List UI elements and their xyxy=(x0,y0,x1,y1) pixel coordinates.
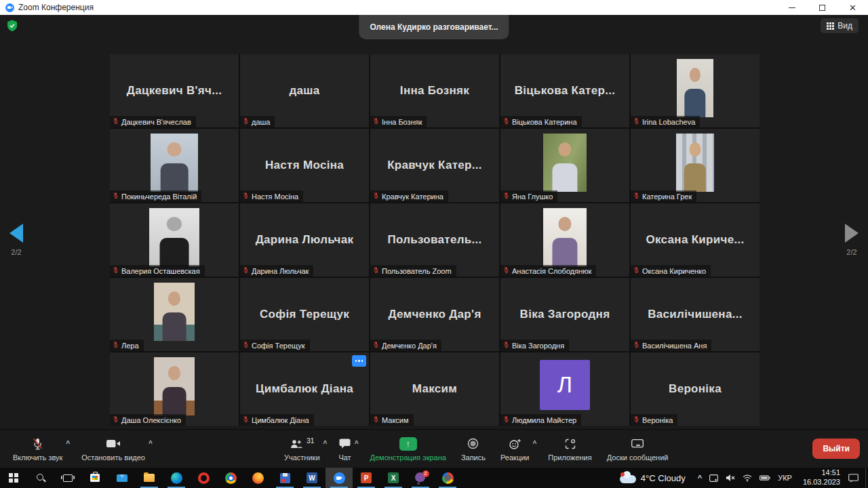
participant-tile[interactable]: Дацкевич В'яч...Дацкевич В'ячеслав xyxy=(110,54,239,127)
participant-tile[interactable]: Валерия Осташевская xyxy=(110,203,239,277)
window-title: Zoom Конференция xyxy=(18,3,94,12)
tray-overflow-chevron[interactable]: ^ xyxy=(698,474,702,482)
chat-options-chevron[interactable]: ^ xyxy=(355,440,359,447)
whiteboards-button[interactable]: Доски сообщений xyxy=(599,430,676,468)
participant-tile[interactable]: дашадаша xyxy=(240,54,369,127)
action-center-button[interactable] xyxy=(846,474,865,483)
participant-tile[interactable]: Яна Глушко xyxy=(500,129,629,202)
participant-tile[interactable]: Оксана Кириче...Оксана Кириченко xyxy=(631,203,760,277)
participants-button[interactable]: 31 Участники xyxy=(277,430,328,468)
video-options-chevron[interactable]: ^ xyxy=(149,440,153,447)
participant-label: Віцькова Катерина xyxy=(500,116,582,127)
participant-label: Валерия Осташевская xyxy=(110,265,205,277)
participant-tile[interactable]: Пользователь...Пользователь Zoom xyxy=(370,203,499,277)
participant-tile[interactable]: МаксимМаксим xyxy=(370,352,499,426)
participant-tile[interactable]: Лера xyxy=(110,278,239,351)
opera-browser-button[interactable] xyxy=(190,468,217,488)
apps-label: Приложения xyxy=(548,453,591,462)
chat-icon xyxy=(339,439,351,449)
minimize-button[interactable] xyxy=(776,0,807,15)
reactions-label: Реакции xyxy=(500,453,530,462)
participant-tile[interactable]: Кравчук Катер...Кравчук Катерина xyxy=(370,129,499,202)
participant-tile[interactable]: ЛЛюдмила Майстер xyxy=(500,352,629,426)
wifi-icon[interactable] xyxy=(743,474,752,482)
task-view-button[interactable] xyxy=(54,468,81,488)
stop-video-button[interactable]: Остановить видео xyxy=(74,430,153,468)
reactions-button[interactable]: Реакции xyxy=(493,430,537,468)
participants-count: 31 xyxy=(307,437,314,445)
browser-profile-button[interactable] xyxy=(434,468,461,488)
chat-button[interactable]: Чат xyxy=(331,430,358,468)
firefox-browser-button[interactable] xyxy=(244,468,271,488)
participant-tile[interactable]: Софія ТерещукСофія Терещук xyxy=(240,278,369,351)
participant-tile[interactable]: Даша Олексієнко xyxy=(110,352,239,426)
floppy-app-button[interactable] xyxy=(271,468,298,488)
firefox-icon xyxy=(252,472,264,484)
record-button[interactable]: Запись xyxy=(454,430,493,468)
edge-browser-button[interactable] xyxy=(163,468,190,488)
battery-icon[interactable] xyxy=(760,474,770,481)
participants-options-chevron[interactable]: ^ xyxy=(323,440,328,447)
participant-tile[interactable]: Віка ЗагородняВіка Загородня xyxy=(500,278,629,351)
participant-tile[interactable]: Катерина Грек xyxy=(631,129,760,202)
participant-label-text: Яна Глушко xyxy=(512,192,553,201)
microsoft-store-button[interactable] xyxy=(81,468,108,488)
participant-tile[interactable]: Анастасія Слободянюк xyxy=(500,203,629,277)
close-button[interactable]: ✕ xyxy=(837,0,868,15)
participant-tile[interactable]: Irina Lobacheva xyxy=(631,54,760,127)
mail-app-button[interactable] xyxy=(108,468,136,488)
taskbar-search-button[interactable] xyxy=(27,468,54,488)
participant-video xyxy=(677,59,713,117)
language-indicator[interactable]: УКР xyxy=(778,474,792,482)
participant-tile[interactable]: ВеронікаВероніка xyxy=(631,352,760,426)
participant-tile[interactable]: Дарина ЛюльчакДарина Люльчак xyxy=(240,203,369,277)
powerpoint-app-button[interactable]: P xyxy=(353,468,380,488)
participant-tile[interactable]: Інна БознякІнна Бозняк xyxy=(370,54,499,127)
participant-tile[interactable]: Віцькова Катер...Віцькова Катерина xyxy=(500,54,629,127)
start-button[interactable] xyxy=(0,468,27,488)
participant-label: Вероніка xyxy=(631,414,677,426)
participant-label: даша xyxy=(240,116,275,127)
participant-grid: Дацкевич В'яч...Дацкевич В'ячеславдашада… xyxy=(110,54,760,426)
word-app-button[interactable]: W xyxy=(298,468,326,488)
security-shield-icon[interactable] xyxy=(7,20,18,35)
audio-options-chevron[interactable]: ^ xyxy=(66,440,70,447)
show-desktop-button[interactable] xyxy=(865,468,868,488)
excel-app-button[interactable]: X xyxy=(380,468,407,488)
weather-widget[interactable]: 4°C Cloudy xyxy=(613,472,692,483)
reactions-options-chevron[interactable]: ^ xyxy=(533,440,537,447)
participant-tile[interactable]: Цимбалюк ДіанаЦимбалюк Діана xyxy=(240,352,369,426)
participant-tile[interactable]: Демченко Дар'яДемченко Дар'я xyxy=(370,278,499,351)
zoom-taskbar-button[interactable] xyxy=(326,468,353,488)
participant-label-text: Пользователь Zoom xyxy=(382,267,452,275)
participant-label-text: Покиньчереда Віталій xyxy=(121,192,197,201)
viber-app-button[interactable]: 2 xyxy=(407,468,434,488)
view-button[interactable]: Вид xyxy=(821,18,859,33)
window-controls: ✕ xyxy=(776,0,868,15)
mic-muted-icon xyxy=(113,192,119,201)
restore-button[interactable] xyxy=(807,0,837,15)
previous-page-button[interactable]: 2/2 xyxy=(4,224,28,256)
volume-muted-icon[interactable] xyxy=(726,474,735,482)
mic-muted-icon xyxy=(243,117,249,126)
taskbar-clock[interactable]: 14:51 16.03.2023 xyxy=(797,468,846,487)
participant-video xyxy=(151,134,198,192)
share-screen-button[interactable]: ↑ Демонстрация экрана xyxy=(363,430,454,468)
unmute-button[interactable]: Включить звук xyxy=(5,430,70,468)
apps-button[interactable]: Приложения xyxy=(540,430,599,468)
participant-label-text: Валерия Осташевская xyxy=(121,267,200,275)
participant-tile[interactable]: Василічишена...Василічишена Аня xyxy=(631,278,760,351)
tablet-mode-icon[interactable] xyxy=(709,474,718,482)
participant-label-text: Вероніка xyxy=(642,416,673,424)
mic-muted-icon xyxy=(503,192,509,201)
tile-more-menu-button[interactable] xyxy=(352,355,366,367)
leave-button[interactable]: Выйти xyxy=(812,439,860,459)
participant-tile[interactable]: Настя МосінаНастя Мосіна xyxy=(240,129,369,202)
participant-label: Софія Терещук xyxy=(240,340,310,351)
mic-muted-icon xyxy=(503,266,509,275)
file-explorer-button[interactable] xyxy=(136,468,163,488)
next-page-button[interactable]: 2/2 xyxy=(840,224,864,256)
chrome-browser-button[interactable] xyxy=(217,468,244,488)
participant-tile[interactable]: Покиньчереда Віталій xyxy=(110,129,239,202)
participant-label-text: Кравчук Катерина xyxy=(382,192,443,201)
